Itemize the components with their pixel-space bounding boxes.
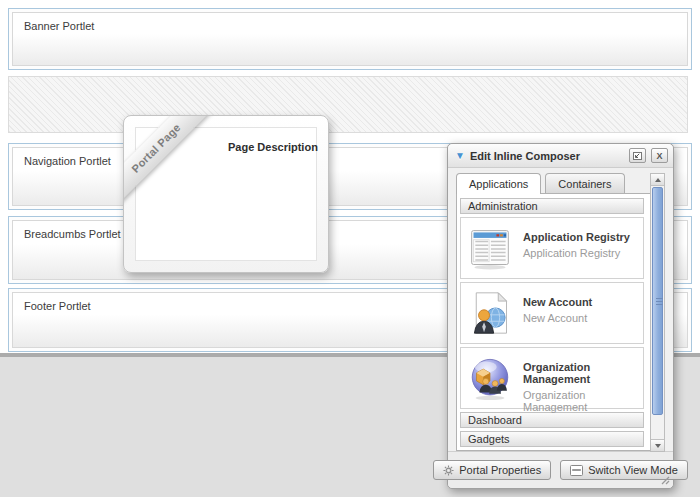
application-registry-icon [468, 226, 512, 270]
scroll-down-button[interactable] [651, 439, 664, 451]
application-item-organization-management[interactable]: Organization Management Organization Man… [460, 347, 644, 409]
page-description-label: Page Description [228, 141, 318, 153]
item-title: Organization Management [523, 361, 639, 385]
window-icon [570, 465, 583, 476]
composer-title: Edit Inline Composer [470, 150, 580, 162]
abridge-button[interactable] [629, 148, 646, 163]
tab-containers[interactable]: Containers [545, 173, 624, 193]
composer-header[interactable]: ▼ Edit Inline Composer X [448, 144, 673, 168]
banner-portlet-label: Banner Portlet [12, 12, 688, 66]
composer-tabs: Applications Containers [456, 173, 625, 194]
tab-applications[interactable]: Applications [456, 173, 541, 194]
empty-container-dropzone[interactable] [8, 76, 688, 133]
application-item-new-account[interactable]: New Account New Account [460, 282, 644, 344]
application-item-application-registry[interactable]: Application Registry Application Registr… [460, 217, 644, 279]
portal-properties-button[interactable]: Portal Properties [433, 460, 551, 480]
item-subtitle: Organization Management [523, 389, 639, 413]
chevron-down-icon [655, 444, 661, 448]
category-gadgets[interactable]: Gadgets [460, 431, 644, 447]
item-subtitle: New Account [523, 312, 592, 324]
composer-footer: Portal Properties Switch View Mode [448, 451, 673, 488]
applications-tab-content: Administration Application Registry Appl… [456, 193, 665, 451]
item-subtitle: Application Registry [523, 247, 630, 259]
collapse-icon[interactable]: ▼ [455, 151, 465, 161]
abridge-window-icon [632, 151, 643, 161]
portal-properties-label: Portal Properties [459, 464, 541, 476]
scrollbar-grip-icon [656, 298, 663, 305]
gear-icon [443, 465, 454, 476]
resize-grip[interactable] [659, 474, 670, 485]
new-account-icon [468, 291, 512, 335]
scroll-up-button[interactable] [651, 174, 664, 186]
chevron-up-icon [655, 178, 661, 182]
edit-inline-composer-panel: ▼ Edit Inline Composer X Applications Co… [447, 143, 674, 489]
item-title: New Account [523, 296, 592, 308]
item-title: Application Registry [523, 231, 630, 243]
banner-portlet-dropzone[interactable]: Banner Portlet [8, 8, 692, 70]
scrollbar-thumb[interactable] [652, 187, 663, 415]
organization-management-icon [468, 356, 512, 400]
category-administration[interactable]: Administration [460, 198, 644, 214]
vertical-scrollbar[interactable] [650, 173, 665, 452]
category-dashboard[interactable]: Dashboard [460, 412, 644, 428]
portal-page-card[interactable]: Portal Page Page Description [123, 115, 329, 273]
close-button[interactable]: X [651, 148, 668, 163]
